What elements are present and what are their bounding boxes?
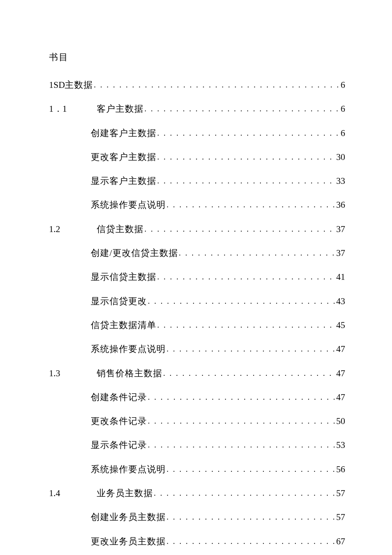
toc-entry-text: 信贷主数据清单	[91, 320, 156, 331]
toc-entry: 创建业务员主数据. . . . . . . . . . . . . . . . …	[49, 511, 345, 523]
toc-entry-text: 更改客户主数据	[91, 151, 156, 163]
toc-entry-text: 显示信贷主数据	[91, 271, 156, 283]
toc-entry-text: 客户主数据	[97, 103, 144, 115]
toc-dots: . . . . . . . . . . . . . . . . . . . . …	[178, 248, 336, 258]
toc-dots: . . . . . . . . . . . . . . . . . . . . …	[153, 488, 336, 498]
toc-dots: . . . . . . . . . . . . . . . . . . . . …	[166, 344, 336, 354]
toc-entry: 系统操作要点说明. . . . . . . . . . . . . . . . …	[49, 343, 345, 355]
toc-entry-page: 47	[336, 368, 345, 379]
toc-dots: . . . . . . . . . . . . . . . . . . . . …	[166, 512, 336, 522]
toc-entry: 显示客户主数据. . . . . . . . . . . . . . . . .…	[49, 175, 345, 187]
toc-dots: . . . . . . . . . . . . . . . . . . . . …	[162, 369, 336, 378]
toc-entry-text: 创建条件记录	[91, 392, 147, 403]
toc-dots: . . . . . . . . . . . . . . . . . . . . …	[147, 416, 336, 426]
toc-entry-text: 信贷主数据	[97, 224, 144, 235]
toc-entry: 显示信贷更改. . . . . . . . . . . . . . . . . …	[49, 296, 345, 307]
toc-entry: 1．1客户主数据. . . . . . . . . . . . . . . . …	[49, 103, 345, 115]
toc-entry-page: 6	[341, 103, 346, 115]
toc-entry-text: 显示客户主数据	[91, 175, 156, 187]
toc-entry: 创建客户主数据. . . . . . . . . . . . . . . . .…	[49, 128, 345, 139]
toc-dots: . . . . . . . . . . . . . . . . . . . . …	[93, 80, 340, 90]
toc-entry-text: 更改条件记录	[91, 416, 147, 427]
toc-entry-page: 41	[336, 271, 345, 283]
toc-entry: 更改业务员主数据. . . . . . . . . . . . . . . . …	[49, 536, 345, 547]
toc-entry-page: 67	[336, 536, 345, 547]
toc-dots: . . . . . . . . . . . . . . . . . . . . …	[156, 272, 336, 282]
toc-dots: . . . . . . . . . . . . . . . . . . . . …	[144, 224, 336, 234]
toc-entry-page: 37	[336, 247, 345, 259]
toc-entry-text: 销售价格主数据	[97, 368, 162, 379]
toc-entry-page: 57	[336, 511, 345, 523]
toc-entry: 1.4业务员主数据. . . . . . . . . . . . . . . .…	[49, 488, 345, 499]
toc-entry-text: 显示条件记录	[91, 439, 147, 451]
toc-entry-text: 创建/更改信贷主数据	[91, 247, 178, 259]
toc-entry-num: 1.3	[49, 368, 97, 379]
toc-entry-page: 33	[336, 175, 345, 187]
toc-entry-page: 53	[336, 439, 345, 451]
toc-entry: 1SD 主数据. . . . . . . . . . . . . . . . .…	[49, 79, 345, 91]
toc-entry-page: 43	[336, 296, 345, 307]
toc-dots: . . . . . . . . . . . . . . . . . . . . …	[166, 465, 336, 474]
toc-dots: . . . . . . . . . . . . . . . . . . . . …	[166, 537, 336, 546]
toc-dots: . . . . . . . . . . . . . . . . . . . . …	[166, 200, 336, 210]
toc-entry: 1.2信贷主数据. . . . . . . . . . . . . . . . …	[49, 224, 345, 235]
toc-entry-text: 业务员主数据	[97, 488, 153, 499]
toc-entry: 系统操作要点说明. . . . . . . . . . . . . . . . …	[49, 464, 345, 475]
toc-entry: 更改条件记录. . . . . . . . . . . . . . . . . …	[49, 416, 345, 427]
toc-dots: . . . . . . . . . . . . . . . . . . . . …	[156, 176, 336, 186]
toc-entry-page: 6	[341, 128, 346, 139]
toc-dots: . . . . . . . . . . . . . . . . . . . . …	[156, 320, 336, 330]
toc-entry-num: 1SD	[49, 79, 65, 91]
toc-entry: 系统操作要点说明. . . . . . . . . . . . . . . . …	[49, 199, 345, 211]
toc-dots: . . . . . . . . . . . . . . . . . . . . …	[156, 152, 336, 162]
toc-entry-text: 创建客户主数据	[91, 128, 156, 139]
toc-dots: . . . . . . . . . . . . . . . . . . . . …	[144, 104, 341, 114]
toc-entry-text: 创建业务员主数据	[91, 511, 166, 523]
toc-entry-page: 47	[336, 392, 345, 403]
toc-entry: 信贷主数据清单. . . . . . . . . . . . . . . . .…	[49, 320, 345, 331]
toc-entry-text: 系统操作要点说明	[91, 464, 166, 475]
toc-dots: . . . . . . . . . . . . . . . . . . . . …	[147, 296, 336, 306]
toc-entry-text: 主数据	[65, 79, 93, 91]
toc-entry: 显示条件记录. . . . . . . . . . . . . . . . . …	[49, 439, 345, 451]
toc-entry: 显示信贷主数据. . . . . . . . . . . . . . . . .…	[49, 271, 345, 283]
toc-entry-page: 57	[336, 488, 345, 499]
toc-entry-num: 1．1	[49, 103, 97, 115]
toc-entry-page: 30	[336, 151, 345, 163]
toc-entry-page: 6	[341, 79, 346, 91]
toc-entry-text: 显示信贷更改	[91, 296, 147, 307]
toc-entry-page: 45	[336, 320, 345, 331]
toc-entry-page: 56	[336, 464, 345, 475]
toc-dots: . . . . . . . . . . . . . . . . . . . . …	[156, 128, 341, 138]
toc-entry-text: 系统操作要点说明	[91, 343, 166, 355]
toc-title: 书目	[49, 51, 345, 63]
toc-entry-page: 47	[336, 343, 345, 355]
toc-dots: . . . . . . . . . . . . . . . . . . . . …	[147, 392, 336, 402]
toc-entry: 1.3销售价格主数据. . . . . . . . . . . . . . . …	[49, 368, 345, 379]
toc-container: 1SD 主数据. . . . . . . . . . . . . . . . .…	[49, 79, 345, 547]
toc-entry-page: 37	[336, 224, 345, 235]
toc-entry-text: 系统操作要点说明	[91, 199, 166, 211]
toc-entry-page: 50	[336, 416, 345, 427]
toc-entry: 创建条件记录. . . . . . . . . . . . . . . . . …	[49, 392, 345, 403]
toc-entry: 创建/更改信贷主数据. . . . . . . . . . . . . . . …	[49, 247, 345, 259]
toc-dots: . . . . . . . . . . . . . . . . . . . . …	[147, 440, 336, 450]
toc-entry-num: 1.4	[49, 488, 97, 499]
toc-entry: 更改客户主数据. . . . . . . . . . . . . . . . .…	[49, 151, 345, 163]
toc-entry-num: 1.2	[49, 224, 97, 235]
toc-entry-text: 更改业务员主数据	[91, 536, 166, 547]
toc-entry-page: 36	[336, 199, 345, 211]
